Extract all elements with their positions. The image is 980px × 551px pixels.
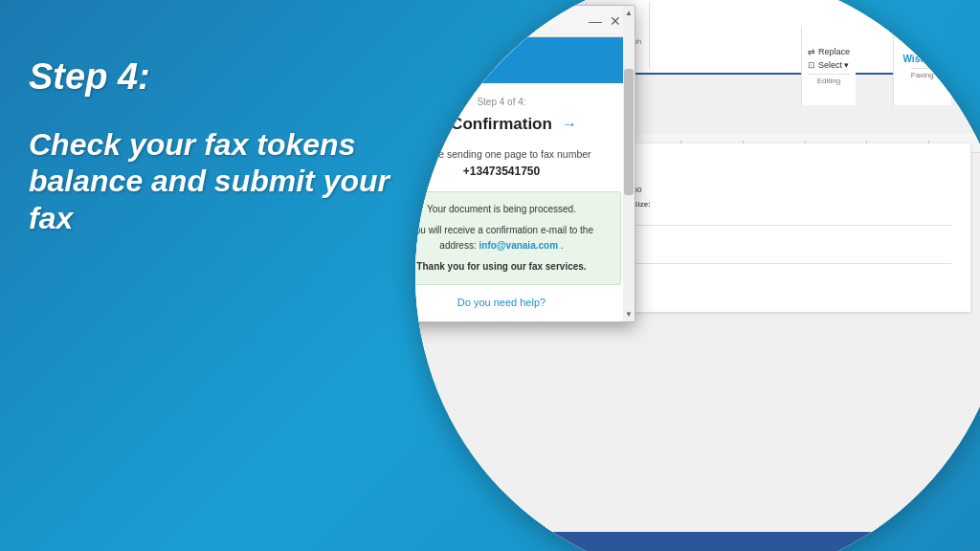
dialog-scrollbar[interactable]: ▲ ▼ [623, 6, 635, 321]
dialog-close-button[interactable]: ✕ [606, 11, 625, 31]
editing-label: Editing [808, 74, 850, 85]
dialog-titlebar: Send Fax with WiseFax — ✕ [415, 6, 635, 37]
zoom-slider[interactable]: — + 80% [916, 537, 980, 546]
next-step-button[interactable]: → [562, 116, 577, 133]
dialog-window-buttons: — ✕ [586, 11, 625, 31]
select-button[interactable]: Select ▾ [818, 60, 850, 70]
replace-button[interactable]: Replace [818, 47, 850, 56]
print-layout-icon[interactable]: ▤ [877, 537, 885, 546]
replace-icon: ⇄ [808, 47, 815, 56]
language: Slovenian [516, 537, 554, 546]
help-link[interactable]: Do you need help? [415, 297, 621, 308]
word-statusbar: Page 1 of 1 42 words Slovenian ▤ ▦ ▣ — +… [415, 532, 980, 551]
thank-you-text: Thank you for using our fax services. [415, 259, 609, 275]
zoom-thumb [956, 538, 964, 545]
wisefax-ribbon-group: WiseFax Faxing [893, 27, 951, 105]
dialog-body: Step 4 of 4: ← Confirmation → We are sen… [415, 83, 635, 321]
dialog-scroll-area[interactable]: Step 4 of 4: ← Confirmation → We are sen… [415, 83, 635, 321]
dialog-minimize-button[interactable]: — [586, 11, 605, 31]
fax-info-text: We are sending one page to fax number [415, 147, 621, 163]
email-text: You will receive a confirmation e-mail t… [415, 223, 609, 253]
zoom-minus[interactable]: — [916, 537, 924, 546]
page-count: Page 1 of 1 [421, 537, 465, 546]
replace-row: ⇄ Replace [808, 47, 850, 56]
success-message-box: Your document is being processed. You wi… [415, 191, 621, 285]
prev-step-button[interactable]: ← [426, 116, 441, 133]
wisefax-dialog: Send Fax with WiseFax — ✕ WiseFax [415, 5, 635, 322]
dialog-title: Send Fax with WiseFax [415, 15, 489, 27]
dialog-step-indicator: Step 4 of 4: [415, 97, 621, 107]
processing-text: Your document is being processed. [415, 202, 609, 217]
read-mode-icon[interactable]: ▣ [900, 537, 908, 546]
wisefax-header: WiseFax [415, 37, 635, 83]
select-icon: ⊡ [808, 60, 815, 70]
fax-number: +13473541750 [415, 163, 621, 180]
step-text-container: Step 4: Check your fax tokens balance an… [29, 57, 392, 236]
faxing-label: Faxing [911, 68, 934, 79]
fax-info: We are sending one page to fax number +1… [415, 147, 621, 180]
word-count: 42 words [473, 537, 508, 546]
email-address: info@vanaia.com [479, 240, 559, 251]
step-description: Check your fax tokens balance and submit… [29, 126, 392, 236]
scroll-down-button[interactable]: ▼ [623, 308, 635, 321]
circle-container: W Patient_Registration_Form.docx - Word … [415, 0, 980, 551]
zoom-track [927, 540, 975, 543]
wisefax-ribbon-label: WiseFax [903, 54, 942, 64]
wisefax-brand-name: WiseFax [416, 51, 486, 71]
view-icons: ▤ ▦ ▣ [877, 537, 908, 546]
confirmation-nav: ← Confirmation → [415, 115, 621, 134]
editing-group: ⇄ Replace ⊡ Select ▾ Editing [801, 27, 856, 105]
step-number: Step 4: [29, 57, 392, 98]
confirmation-title: Confirmation [451, 115, 552, 134]
scrollbar-thumb[interactable] [624, 69, 634, 195]
select-row: ⊡ Select ▾ [808, 60, 850, 70]
web-layout-icon[interactable]: ▦ [888, 537, 897, 546]
scroll-up-button[interactable]: ▲ [623, 6, 635, 19]
